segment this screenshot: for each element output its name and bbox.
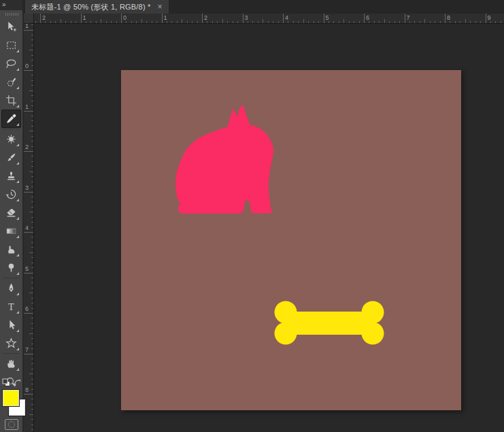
color-controls xyxy=(0,376,22,432)
ruler-tick xyxy=(45,21,46,23)
ruler-tick xyxy=(430,21,431,23)
ruler-tick xyxy=(116,21,117,23)
ruler-label: 8 xyxy=(25,386,29,393)
lasso-tool[interactable] xyxy=(1,54,21,73)
path-selection-tool[interactable] xyxy=(1,316,21,334)
tool-buttons: T xyxy=(0,18,22,391)
dodge-tool[interactable] xyxy=(1,259,21,277)
move-tool[interactable] xyxy=(1,18,21,36)
shape-icon xyxy=(5,337,17,349)
smudge-tool[interactable] xyxy=(1,240,21,259)
spot-healing-brush-tool[interactable] xyxy=(1,130,21,148)
ruler-tick xyxy=(31,166,33,167)
ruler-tick xyxy=(237,21,238,23)
default-colors-icon[interactable] xyxy=(2,378,11,390)
tab-close-icon[interactable]: × xyxy=(158,3,163,11)
custom-shape-tool[interactable] xyxy=(1,334,21,352)
ruler-tick xyxy=(339,21,339,23)
ruler-tick xyxy=(31,24,33,25)
ruler-tick xyxy=(31,369,33,369)
ruler-tick xyxy=(24,394,33,395)
ruler-tick xyxy=(31,60,33,61)
rabbit-shape[interactable] xyxy=(175,105,274,216)
ruler-tick xyxy=(243,14,243,23)
ruler-tick xyxy=(50,21,51,23)
quick-selection-tool[interactable] xyxy=(1,73,21,91)
crop-icon xyxy=(5,95,17,106)
ruler-tick xyxy=(75,21,76,23)
ruler-tick xyxy=(248,21,248,23)
hand-tool[interactable] xyxy=(1,354,21,373)
eyedropper-tool[interactable] xyxy=(1,110,21,128)
ruler-tick xyxy=(233,21,233,23)
type-icon: T xyxy=(5,301,17,312)
canvas-viewport[interactable] xyxy=(34,24,504,432)
rectangular-marquee-tool[interactable] xyxy=(1,36,21,54)
ruler-tick xyxy=(445,14,446,23)
ruler-tick xyxy=(31,101,33,101)
smudge-icon xyxy=(5,244,17,255)
ruler-tick xyxy=(394,21,395,23)
ruler-label: 2 xyxy=(42,14,46,21)
ruler-tick xyxy=(24,151,33,152)
pen-tool[interactable] xyxy=(1,279,21,297)
ruler-tick xyxy=(450,21,450,23)
ruler-tick xyxy=(31,156,33,156)
ruler-tick xyxy=(156,21,157,23)
ruler-tick xyxy=(40,14,41,23)
ruler-tick xyxy=(31,308,33,309)
svg-text:T: T xyxy=(8,301,14,312)
ruler-tick xyxy=(268,21,269,23)
ruler-tick xyxy=(90,21,91,23)
ruler-tick xyxy=(111,21,112,23)
ruler-tick xyxy=(31,55,33,56)
ruler-tick xyxy=(470,21,471,23)
ruler-tick xyxy=(258,21,258,23)
toolbar-grip[interactable] xyxy=(5,13,18,16)
path-selection-icon xyxy=(5,319,17,331)
toolbar-separator xyxy=(3,353,20,354)
eraser-tool[interactable] xyxy=(1,203,21,222)
ruler-tick xyxy=(131,21,132,23)
ruler-tick xyxy=(31,379,33,380)
ruler-tick xyxy=(24,273,33,273)
ruler-tick xyxy=(29,131,33,131)
ruler-label: 1 xyxy=(83,14,86,21)
ruler-tick xyxy=(31,288,33,288)
document-tab[interactable]: 未标题-1 @ 50% (形状 1, RGB/8) * × xyxy=(25,0,169,14)
document-canvas[interactable] xyxy=(121,70,461,410)
type-tool[interactable]: T xyxy=(1,297,21,316)
swap-colors-icon[interactable] xyxy=(13,377,22,389)
ruler-origin-box[interactable] xyxy=(24,14,34,24)
panel-collapse-button[interactable]: » xyxy=(0,0,22,10)
brush-tool[interactable] xyxy=(1,148,21,167)
quick-mask-button[interactable] xyxy=(5,419,18,430)
ruler-tick xyxy=(31,242,33,243)
ruler-tick xyxy=(207,21,207,23)
ruler-tick xyxy=(126,21,127,23)
horizontal-ruler[interactable]: 210123456789 xyxy=(34,14,504,24)
ruler-tick xyxy=(31,344,33,344)
ruler-tick xyxy=(31,45,33,46)
clone-stamp-tool[interactable] xyxy=(1,167,21,185)
ruler-tick xyxy=(31,404,33,405)
gradient-icon xyxy=(5,225,17,237)
ruler-tick xyxy=(31,126,33,127)
dodge-icon xyxy=(5,262,17,273)
bone-shape[interactable] xyxy=(274,301,384,345)
ruler-tick xyxy=(187,21,188,23)
vertical-ruler[interactable]: 1012345678 xyxy=(24,24,34,432)
ruler-label: 5 xyxy=(326,14,329,21)
ruler-tick xyxy=(146,21,147,23)
ruler-tick xyxy=(283,14,284,23)
ruler-tick xyxy=(31,197,33,197)
ruler-tick xyxy=(24,232,33,233)
gradient-tool[interactable] xyxy=(1,222,21,240)
ruler-tick xyxy=(480,21,481,23)
marquee-icon xyxy=(5,39,17,51)
ruler-label: 6 xyxy=(366,14,369,21)
history-brush-tool[interactable] xyxy=(1,185,21,203)
ruler-tick xyxy=(31,201,33,202)
crop-tool[interactable] xyxy=(1,91,21,110)
foreground-color-swatch[interactable] xyxy=(3,390,19,406)
